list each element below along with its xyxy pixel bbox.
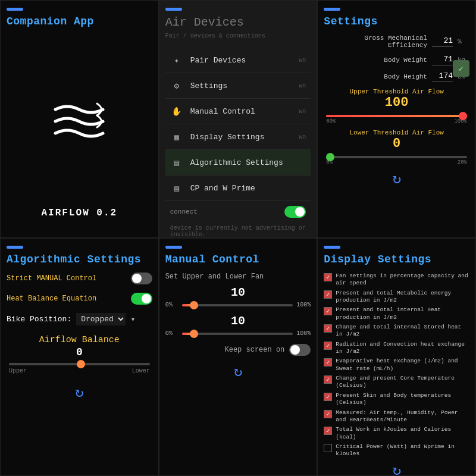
checkbox-row-9[interactable]: ✓Total Work in kJoules and Calories (kca… [324, 426, 469, 441]
refresh-button[interactable]: ↻ [234, 363, 242, 380]
companion-title: Companion App [7, 15, 152, 27]
upper-slider[interactable]: 80% 100% [324, 115, 469, 124]
bike-position-row: Bike Position: Dropped Upright TT ▾ [7, 313, 152, 325]
checkbox-row-3[interactable]: ✓Change and total internal Stored heat i… [324, 324, 469, 339]
connect-toggle[interactable] [284, 206, 306, 218]
heat-balance-toggle[interactable] [131, 293, 152, 305]
strict-manual-label: Strict MANUAL Control [7, 274, 96, 283]
upper-fan-slider-row: 0% 100% [165, 302, 311, 308]
lower-label: Lower [132, 368, 150, 374]
lower-fan-slider[interactable] [182, 333, 293, 335]
efficiency-label: Gross Mechanical Efficiency [324, 35, 427, 49]
manual-panel: Manual Control Set Upper and Lower Fan 1… [159, 238, 318, 476]
confirm-button[interactable]: ✓ [453, 60, 469, 77]
airflow-balance-value: 0 [7, 346, 152, 358]
menu-item-settings[interactable]: ⚙ Settings wn [165, 73, 311, 99]
menu-panel-title: Air Devices [165, 15, 311, 29]
panel-indicator [7, 8, 23, 11]
algorithmic-panel: Algorithmic Settings Strict MANUAL Contr… [0, 238, 159, 476]
checkbox-8[interactable]: ✓ [324, 410, 332, 418]
strict-manual-toggle[interactable] [131, 273, 152, 284]
bike-position-select[interactable]: Dropped Upright TT [76, 313, 126, 325]
checkbox-row-10[interactable]: Critical Power (Watt) and Wprime in kJou… [324, 443, 469, 458]
keep-screen-toggle[interactable] [289, 344, 311, 356]
check-mark: ✓ [326, 359, 330, 366]
check-mark: ✓ [326, 393, 330, 400]
checkbox-row-6[interactable]: ✓Change and present Core Temperature (Ce… [324, 375, 469, 390]
menu-label-algo: Algorithmic Settings [190, 158, 306, 167]
refresh-button[interactable]: ↻ [75, 384, 83, 401]
menu-item-pair[interactable]: ✦ Pair Devices wn [165, 48, 311, 73]
checkbox-text-3: Change and total internal Stored heat in… [336, 324, 469, 339]
settings-title: Settings [324, 15, 469, 27]
checkbox-5[interactable]: ✓ [324, 358, 332, 367]
efficiency-value[interactable]: 21 [432, 36, 453, 47]
checkbox-row-7[interactable]: ✓Present Skin and Body temperatures (Cel… [324, 392, 469, 407]
lower-slider[interactable]: 0% 20% [324, 156, 469, 165]
toggle-knob [290, 345, 300, 355]
efficiency-unit: % [458, 38, 469, 45]
checkbox-6[interactable]: ✓ [324, 375, 332, 384]
checkbox-1[interactable]: ✓ [324, 290, 332, 299]
keep-screen-label: Keep screen on [225, 346, 285, 354]
check-mark: ✓ [326, 291, 330, 298]
checkbox-row-2[interactable]: ✓Present and total internal Heat product… [324, 306, 469, 321]
upper-slider-min: 80% [326, 118, 336, 124]
toggle-knob [132, 274, 142, 283]
lower-fan-min-label: 0% [165, 330, 178, 337]
checkbox-9[interactable]: ✓ [324, 427, 332, 435]
menu-label-cp: CP and W Prime [190, 184, 306, 193]
checkbox-7[interactable]: ✓ [324, 393, 332, 401]
display-icon: ▦ [170, 130, 183, 143]
checkbox-text-10: Critical Power (Watt) and Wprime in kJou… [336, 443, 469, 458]
lower-threshold-label: Lower Threshold Air Flow [324, 129, 469, 136]
weight-value[interactable]: 71 [432, 55, 453, 65]
check-mark: ✓ [326, 376, 330, 383]
checkbox-2[interactable]: ✓ [324, 307, 332, 315]
checkbox-row-5[interactable]: ✓Evaporative heat exchange (J/m2) and Sw… [324, 358, 469, 372]
checkbox-text-5: Evaporative heat exchange (J/m2) and Swe… [336, 358, 469, 372]
lower-threshold-value: 0 [324, 136, 469, 151]
settings-panel: Settings Gross Mechanical Efficiency 21 … [317, 0, 476, 238]
pair-devices-panel: Air Devices Pair / devices & connections… [159, 0, 318, 238]
checkbox-text-4: Radiation and Convection heat exchange i… [336, 341, 469, 356]
toggle-knob [295, 207, 305, 217]
airflow-balance-slider[interactable]: Upper Lower [7, 363, 152, 374]
refresh-button[interactable]: ↻ [392, 462, 400, 476]
checkbox-row-1[interactable]: ✓Present and total Metabolic energy prod… [324, 290, 469, 305]
wind-icon [49, 98, 109, 145]
checkbox-text-0: Fan settings in percentage capacity and … [336, 273, 469, 287]
keep-screen-row: Keep screen on [165, 344, 311, 356]
panel-indicator [165, 8, 182, 11]
height-label: Body Height [324, 73, 427, 80]
algo-title: Algorithmic Settings [7, 253, 152, 265]
checkbox-text-7: Present Skin and Body temperatures (Cels… [336, 392, 469, 407]
upper-fan-slider[interactable] [182, 304, 293, 306]
companion-panel: Companion App AIRFLOW 0.2 [0, 0, 159, 238]
airflow-balance-label: Airflow Balance [7, 335, 152, 345]
menu-item-manual[interactable]: ✋ Manual Control wn [165, 99, 311, 124]
menu-item-display[interactable]: ▦ Display Settings wn [165, 124, 311, 150]
menu-item-algo[interactable]: ▤ Algorithmic Settings [165, 150, 311, 176]
refresh-button[interactable]: ↻ [392, 170, 400, 187]
checkbox-row-0[interactable]: ✓Fan settings in percentage capacity and… [324, 273, 469, 287]
menu-label-pair: Pair Devices [190, 56, 299, 65]
dropdown-arrow-icon: ▾ [130, 314, 135, 324]
check-mark: ✓ [326, 411, 330, 418]
checkbox-10[interactable] [324, 444, 332, 452]
checkbox-3[interactable]: ✓ [324, 324, 332, 333]
checkbox-4[interactable]: ✓ [324, 342, 332, 350]
checkbox-row-4[interactable]: ✓Radiation and Convection heat exchange … [324, 341, 469, 356]
check-mark: ✓ [326, 308, 330, 315]
heat-balance-row: Heat Balance Equation [7, 293, 152, 305]
connect-label: connect [170, 208, 198, 215]
menu-arrow: wn [299, 83, 306, 89]
menu-label-display: Display Settings [190, 133, 299, 142]
weight-row: Body Weight 71 kg [324, 55, 469, 65]
strict-manual-row: Strict MANUAL Control [7, 273, 152, 284]
height-value[interactable]: 174 [432, 71, 453, 82]
menu-item-cp[interactable]: ▤ CP and W Prime [165, 176, 311, 201]
app-name: AIRFLOW 0.2 [42, 208, 118, 218]
checkbox-row-8[interactable]: ✓Measured: Air temp., Humidity, Power an… [324, 409, 469, 424]
checkbox-0[interactable]: ✓ [324, 273, 332, 281]
